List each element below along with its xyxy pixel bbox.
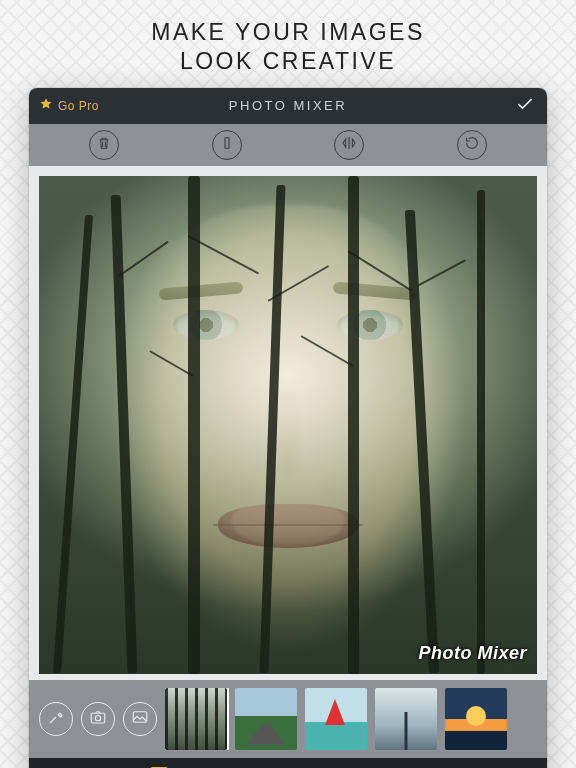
forest-layer	[39, 176, 537, 674]
promo-headline: MAKE YOUR IMAGES LOOK CREATIVE	[0, 0, 576, 88]
thumbnail-strip[interactable]	[165, 688, 537, 750]
svg-point-2	[95, 715, 100, 720]
thumb-boat[interactable]	[305, 688, 367, 750]
promo-line2: LOOK CREATIVE	[10, 47, 566, 76]
source-carousel	[29, 680, 547, 758]
gallery-icon	[131, 708, 149, 730]
checkmark-icon	[515, 94, 535, 117]
eyedropper-icon	[47, 708, 65, 730]
gallery-button[interactable]	[123, 702, 157, 736]
flip-vertical-button[interactable]	[212, 130, 242, 160]
delete-button[interactable]	[89, 130, 119, 160]
go-pro-button[interactable]: Go Pro	[39, 88, 99, 124]
trash-icon	[96, 135, 112, 155]
confirm-button[interactable]	[515, 88, 535, 124]
svg-rect-0	[225, 137, 229, 148]
pictures-icon	[407, 765, 429, 769]
flip-horizontal-icon	[341, 135, 357, 155]
background-icon	[148, 765, 170, 769]
thumb-sunset[interactable]	[445, 688, 507, 750]
svg-rect-1	[91, 713, 105, 723]
camera-icon	[89, 708, 107, 730]
preview-canvas[interactable]: Photo Mixer	[39, 176, 537, 674]
app-frame: Go Pro PHOTO MIXER	[29, 88, 547, 769]
watermark-label: Photo Mixer	[418, 643, 527, 664]
camera-button[interactable]	[81, 702, 115, 736]
canvas-area: Photo Mixer	[29, 166, 547, 680]
edit-toolbar	[29, 124, 547, 166]
tab-background[interactable]: Background	[29, 758, 288, 769]
go-pro-label: Go Pro	[58, 99, 99, 113]
eyedropper-button[interactable]	[39, 702, 73, 736]
flip-vertical-icon	[219, 135, 235, 155]
star-icon	[39, 97, 53, 114]
flip-horizontal-button[interactable]	[334, 130, 364, 160]
promo-line1: MAKE YOUR IMAGES	[10, 18, 566, 47]
thumb-forest[interactable]	[165, 688, 227, 750]
thumb-mist[interactable]	[375, 688, 437, 750]
app-header: Go Pro PHOTO MIXER	[29, 88, 547, 124]
rotate-icon	[464, 135, 480, 155]
bottom-tabs: Background Pictures	[29, 758, 547, 769]
tab-pictures[interactable]: Pictures	[288, 758, 547, 769]
rotate-button[interactable]	[457, 130, 487, 160]
app-title: PHOTO MIXER	[229, 98, 347, 113]
thumb-road[interactable]	[235, 688, 297, 750]
svg-rect-3	[133, 711, 147, 722]
